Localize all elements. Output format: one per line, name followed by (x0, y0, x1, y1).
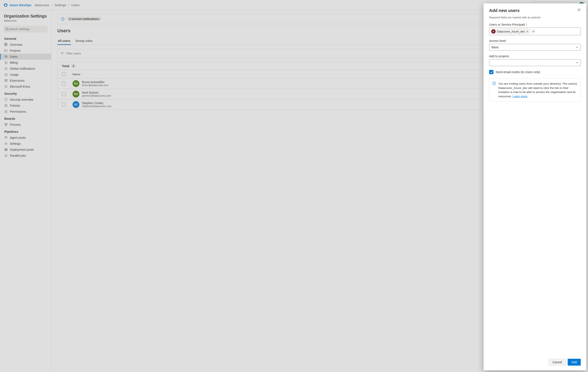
panel-subtitle: Required fields are marked with an aster… (489, 16, 581, 19)
sidebar-item-projects[interactable]: Projects (0, 48, 51, 54)
sidebar-item-overview[interactable]: Overview (0, 42, 51, 48)
sidebar-item-security-overview[interactable]: Security overview (0, 97, 51, 103)
sidebar-item-label: Overview (10, 43, 22, 46)
svg-line-1 (8, 30, 8, 30)
agent-icon (4, 136, 8, 139)
sidebar-item-extensions[interactable]: Extensions (0, 78, 51, 84)
svg-rect-27 (6, 149, 7, 150)
breadcrumb-users[interactable]: Users (71, 3, 80, 7)
tab-group-rules[interactable]: Group rules (75, 37, 93, 45)
close-icon[interactable] (577, 8, 581, 11)
info-icon (61, 17, 64, 21)
sidebar-item-deployment-pools[interactable]: Deployment pools (0, 147, 51, 153)
svg-rect-5 (6, 45, 7, 46)
sidebar-item-agent-pools[interactable]: Agent pools (0, 135, 51, 141)
sidebar-item-label: Deployment pools (10, 148, 34, 151)
user-name: Stephen Conley (82, 101, 112, 105)
tab-all-users[interactable]: All users (57, 37, 71, 45)
nav-group-header: Pipelines (0, 128, 51, 135)
row-checkbox[interactable] (62, 92, 66, 96)
cart-icon (4, 61, 8, 64)
learn-more-link[interactable]: Learn more (513, 95, 527, 98)
row-checkbox[interactable] (62, 82, 66, 86)
projects-label: Add to projects (489, 54, 581, 58)
bell-icon (4, 67, 8, 70)
process-icon (4, 123, 8, 126)
nav-group-header: General (0, 35, 51, 42)
remove-chip-icon[interactable] (526, 30, 528, 33)
sidebar-item-permissions[interactable]: Permissions (0, 109, 51, 115)
sidebar-item-process[interactable]: Process (0, 122, 51, 128)
sidebar-item-parallel-jobs[interactable]: Parallel jobs (0, 153, 51, 159)
svg-point-25 (6, 143, 7, 144)
info-text: You are inviting users from outside your… (498, 82, 577, 98)
chevron-down-icon (576, 46, 578, 49)
sidebar-item-label: Users (10, 55, 18, 58)
row-checkbox[interactable] (62, 103, 66, 106)
user-chip: D Datacoves_Azure_dev (490, 29, 530, 34)
svg-rect-4 (4, 45, 6, 46)
svg-rect-20 (6, 125, 6, 126)
svg-point-23 (5, 136, 6, 137)
chip-label: Datacoves_Azure_dev (497, 30, 525, 33)
nav-group-header: Security (0, 90, 51, 97)
svg-rect-26 (5, 149, 6, 150)
project-icon (4, 49, 8, 52)
sidebar-item-label: Process (10, 123, 21, 126)
chevron-down-icon (576, 61, 578, 64)
total-label: Total (62, 64, 69, 68)
access-level-select[interactable]: Basic (489, 44, 581, 51)
users-input[interactable]: D Datacoves_Azure_dev (489, 28, 581, 35)
search-settings-input[interactable] (9, 27, 46, 31)
svg-rect-19 (6, 123, 7, 124)
svg-rect-28 (5, 150, 6, 151)
puzzle-icon (4, 79, 8, 82)
search-settings[interactable] (3, 26, 48, 32)
svg-line-12 (6, 74, 7, 75)
col-name[interactable]: Name↑ (73, 73, 535, 76)
send-email-label: Send email invites (to Users only) (495, 70, 540, 74)
notification-text: 2 session notifications (67, 17, 101, 21)
projects-select[interactable] (489, 59, 581, 66)
sidebar-item-label: Policies (10, 104, 20, 107)
breadcrumb-org[interactable]: datacoves (35, 3, 49, 7)
org-name: datacoves (4, 19, 47, 22)
svg-rect-6 (4, 50, 7, 52)
sidebar: Organization Settings datacoves GeneralO… (0, 10, 51, 372)
svg-point-9 (5, 63, 6, 64)
user-email: gomezn@datacoves.com (82, 94, 111, 97)
breadcrumb-settings[interactable]: Settings (54, 3, 66, 7)
user-email: bruno@datacoves.com (82, 84, 108, 87)
filter-icon (61, 52, 64, 55)
add-users-panel: Add new users Required fields are marked… (483, 3, 586, 370)
info-icon (492, 82, 496, 85)
svg-point-0 (6, 28, 8, 30)
add-more-button[interactable] (531, 29, 536, 34)
sidebar-item-users[interactable]: Users (0, 54, 51, 60)
user-email: Stephen@datacoves.com (82, 105, 112, 108)
sidebar-item-global-notifications[interactable]: Global notifications (0, 66, 51, 72)
select-all-checkbox[interactable] (62, 72, 66, 76)
parallel-icon (4, 154, 8, 157)
sidebar-item-usage[interactable]: Usage (0, 72, 51, 78)
sidebar-item-settings[interactable]: Settings (0, 141, 51, 147)
svg-rect-29 (6, 150, 7, 151)
sidebar-item-policies[interactable]: Policies (0, 103, 51, 109)
add-button[interactable]: Add (568, 359, 581, 366)
user-avatar: BA (73, 80, 79, 87)
user-name: Bruno Antonellini (82, 80, 108, 84)
users-icon (4, 55, 8, 58)
access-level-label: Access level (489, 39, 581, 42)
sidebar-item-label: Parallel jobs (10, 154, 26, 157)
lock-icon (4, 110, 8, 113)
sidebar-item-billing[interactable]: Billing (0, 60, 51, 66)
breadcrumb-sep: / (68, 3, 69, 7)
nav-group-header: Boards (0, 115, 51, 122)
send-email-checkbox[interactable] (489, 70, 494, 74)
sort-ascending-icon: ↑ (81, 73, 82, 76)
cancel-button[interactable]: Cancel (548, 359, 566, 366)
brand-name[interactable]: Azure DevOps (10, 3, 32, 7)
svg-rect-3 (6, 43, 7, 44)
sidebar-item-label: Billing (10, 61, 18, 64)
sidebar-item-microsoft-entra[interactable]: Microsoft Entra (0, 84, 51, 90)
